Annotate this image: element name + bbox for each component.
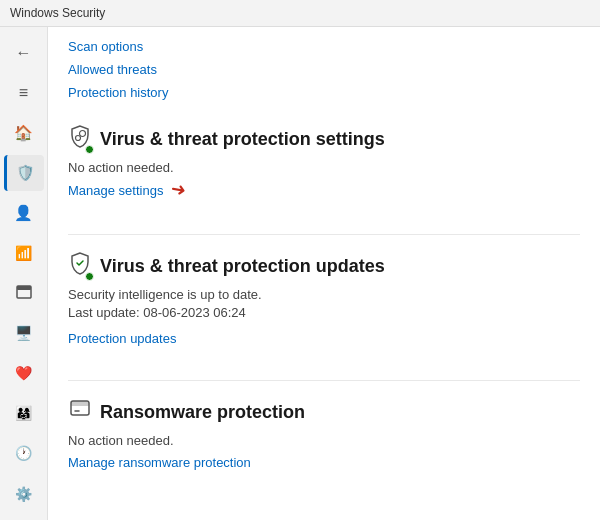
protection-history-link[interactable]: Protection history	[68, 81, 580, 104]
heart-icon: ❤️	[15, 365, 32, 381]
ransomware-title: Ransomware protection	[100, 402, 305, 423]
sidebar-icon-back[interactable]: ←	[4, 35, 44, 71]
person-icon: 👤	[14, 204, 33, 222]
history-icon: 🕐	[15, 445, 32, 461]
sidebar-icon-deviceperf[interactable]: ❤️	[4, 355, 44, 391]
svg-point-3	[76, 136, 81, 141]
virus-updates-header: Virus & threat protection updates	[68, 251, 580, 281]
sidebar-icon-menu[interactable]: ≡	[4, 75, 44, 111]
red-arrow-indicator: ➜	[169, 177, 188, 201]
virus-settings-title: Virus & threat protection settings	[100, 129, 385, 150]
sidebar-icon-shield[interactable]: 🛡️	[4, 155, 44, 191]
sidebar-icon-network[interactable]: 📶	[4, 235, 44, 271]
sidebar-icon-account[interactable]: 👤	[4, 195, 44, 231]
virus-settings-section: Virus & threat protection settings No ac…	[68, 124, 580, 210]
sidebar-icon-settings[interactable]: ⚙️	[4, 476, 44, 512]
network-icon: 📶	[15, 245, 32, 261]
virus-settings-header: Virus & threat protection settings	[68, 124, 580, 154]
virus-updates-lastupdate: Last update: 08-06-2023 06:24	[68, 305, 580, 320]
virus-settings-desc: No action needed.	[68, 160, 580, 175]
virus-settings-icon	[68, 124, 92, 154]
green-badge	[85, 145, 94, 154]
menu-icon: ≡	[19, 84, 28, 102]
settings-icon: ⚙️	[15, 486, 32, 502]
main-content: Scan options Allowed threats Protection …	[48, 27, 600, 520]
manage-ransomware-link[interactable]: Manage ransomware protection	[68, 455, 251, 470]
ransomware-desc: No action needed.	[68, 433, 580, 448]
shield-icon: 🛡️	[16, 164, 35, 182]
virus-updates-icon	[68, 251, 92, 281]
home-icon: 🏠	[14, 124, 33, 142]
svg-rect-5	[71, 401, 89, 406]
allowed-threats-link[interactable]: Allowed threats	[68, 58, 580, 81]
svg-point-2	[80, 131, 86, 137]
virus-updates-desc: Security intelligence is up to date.	[68, 287, 580, 302]
section-divider-2	[68, 380, 580, 381]
sidebar-icon-history[interactable]: 🕐	[4, 435, 44, 471]
sidebar-icon-home[interactable]: 🏠	[4, 115, 44, 151]
nav-links: Scan options Allowed threats Protection …	[68, 35, 580, 104]
app-container: ← ≡ 🏠 🛡️ 👤 📶 🖥️ ❤️	[0, 27, 600, 520]
appbrowser-icon	[16, 284, 32, 303]
virus-updates-title: Virus & threat protection updates	[100, 256, 385, 277]
scan-options-link[interactable]: Scan options	[68, 35, 580, 58]
sidebar: ← ≡ 🏠 🛡️ 👤 📶 🖥️ ❤️	[0, 27, 48, 520]
ransomware-section: Ransomware protection No action needed. …	[68, 397, 580, 480]
monitor-icon: 🖥️	[15, 325, 32, 341]
app-title: Windows Security	[10, 6, 105, 20]
back-icon: ←	[16, 44, 32, 62]
sidebar-icon-appbrowser[interactable]	[4, 275, 44, 311]
ransomware-icon	[68, 397, 92, 427]
protection-updates-link[interactable]: Protection updates	[68, 331, 176, 346]
manage-settings-link[interactable]: Manage settings	[68, 183, 163, 198]
virus-updates-section: Virus & threat protection updates Securi…	[68, 251, 580, 356]
section-divider-1	[68, 234, 580, 235]
family-icon: 👨‍👩‍👧	[15, 405, 32, 421]
title-bar: Windows Security	[0, 0, 600, 27]
ransomware-header: Ransomware protection	[68, 397, 580, 427]
svg-rect-1	[17, 286, 31, 290]
sidebar-icon-devicesec[interactable]: 🖥️	[4, 315, 44, 351]
sidebar-icon-family[interactable]: 👨‍👩‍👧	[4, 395, 44, 431]
green-badge-2	[85, 272, 94, 281]
